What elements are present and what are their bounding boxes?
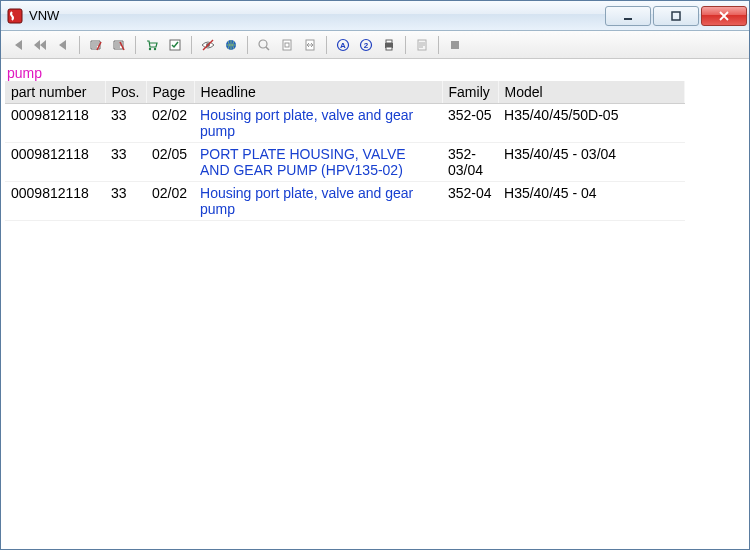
client-area: pump part number Pos. Page Headline Fami… [1, 59, 749, 549]
col-pos[interactable]: Pos. [105, 81, 146, 104]
svg-rect-17 [386, 40, 392, 43]
cell-headline-link[interactable]: PORT PLATE HOUSING, VALVE AND GEAR PUMP … [194, 143, 442, 182]
svg-rect-2 [672, 12, 680, 20]
note-icon[interactable] [412, 35, 432, 55]
cell-page: 02/02 [146, 104, 194, 143]
svg-rect-0 [8, 9, 22, 23]
col-family[interactable]: Family [442, 81, 498, 104]
separator [135, 36, 136, 54]
cell-model: H35/40/45/50D-05 [498, 104, 684, 143]
open-book-alt-icon[interactable] [109, 35, 129, 55]
table-row[interactable]: 0009812118 33 02/02 Housing port plate, … [5, 182, 685, 221]
svg-rect-1 [624, 18, 632, 20]
stop-icon[interactable] [445, 35, 465, 55]
window-title: VNW [29, 8, 603, 23]
table-row[interactable]: 0009812118 33 02/02 Housing port plate, … [5, 104, 685, 143]
svg-point-8 [259, 40, 267, 48]
cell-pos: 33 [105, 182, 146, 221]
separator [326, 36, 327, 54]
separator [79, 36, 80, 54]
rewind-icon[interactable] [30, 35, 50, 55]
maximize-button[interactable] [653, 6, 699, 26]
globe-icon[interactable] [221, 35, 241, 55]
open-book-icon[interactable] [86, 35, 106, 55]
a2-icon[interactable]: 2 [356, 35, 376, 55]
cell-pos: 33 [105, 143, 146, 182]
cell-headline-link[interactable]: Housing port plate, valve and gear pump [194, 104, 442, 143]
col-part-number[interactable]: part number [5, 81, 105, 104]
svg-point-3 [149, 47, 151, 49]
cell-page: 02/02 [146, 182, 194, 221]
svg-text:A: A [340, 41, 346, 50]
svg-rect-9 [283, 40, 291, 50]
svg-point-4 [154, 47, 156, 49]
separator [191, 36, 192, 54]
a1-icon[interactable]: A [333, 35, 353, 55]
search-term: pump [5, 63, 745, 81]
titlebar: VNW [1, 1, 749, 31]
separator [247, 36, 248, 54]
toolbar: A 2 [1, 31, 749, 59]
col-page[interactable]: Page [146, 81, 194, 104]
eye-off-icon[interactable] [198, 35, 218, 55]
header-row: part number Pos. Page Headline Family Mo… [5, 81, 685, 104]
page-width-icon[interactable] [300, 35, 320, 55]
cell-headline-link[interactable]: Housing port plate, valve and gear pump [194, 182, 442, 221]
svg-rect-20 [451, 41, 459, 49]
svg-rect-18 [386, 47, 392, 50]
first-icon[interactable] [7, 35, 27, 55]
minimize-button[interactable] [605, 6, 651, 26]
results-table: part number Pos. Page Headline Family Mo… [5, 81, 685, 221]
cell-page: 02/05 [146, 143, 194, 182]
cell-pos: 33 [105, 104, 146, 143]
cell-family: 352-04 [442, 182, 498, 221]
cell-family: 352-05 [442, 104, 498, 143]
col-headline[interactable]: Headline [194, 81, 442, 104]
cell-part-number: 0009812118 [5, 182, 105, 221]
app-window: VNW A 2 [0, 0, 750, 550]
prev-icon[interactable] [53, 35, 73, 55]
print-icon[interactable] [379, 35, 399, 55]
page-fit-icon[interactable] [277, 35, 297, 55]
cell-model: H35/40/45 - 04 [498, 182, 684, 221]
app-icon [7, 8, 23, 24]
svg-text:2: 2 [364, 41, 369, 50]
window-controls [603, 6, 747, 26]
zoom-icon[interactable] [254, 35, 274, 55]
table-row[interactable]: 0009812118 33 02/05 PORT PLATE HOUSING, … [5, 143, 685, 182]
separator [438, 36, 439, 54]
cell-family: 352-03/04 [442, 143, 498, 182]
cell-part-number: 0009812118 [5, 143, 105, 182]
cart-icon[interactable] [142, 35, 162, 55]
close-button[interactable] [701, 6, 747, 26]
cell-model: H35/40/45 - 03/04 [498, 143, 684, 182]
checklist-icon[interactable] [165, 35, 185, 55]
cell-part-number: 0009812118 [5, 104, 105, 143]
col-model[interactable]: Model [498, 81, 684, 104]
separator [405, 36, 406, 54]
